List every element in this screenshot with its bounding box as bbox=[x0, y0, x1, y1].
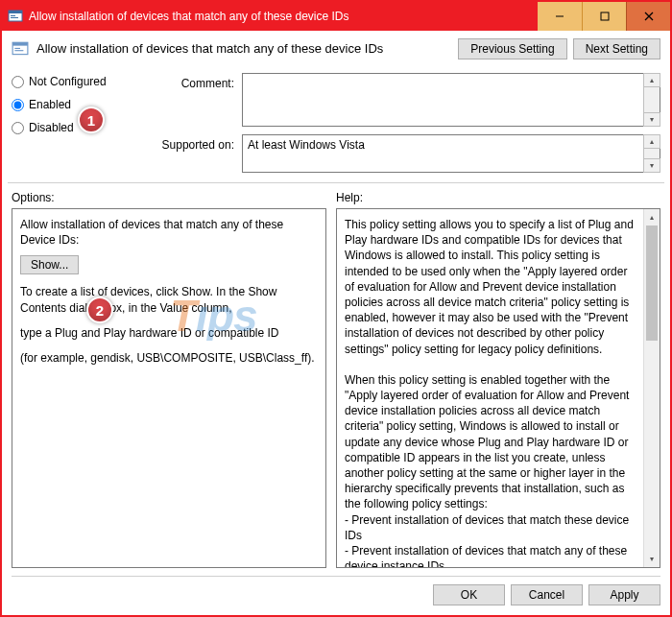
close-button[interactable] bbox=[626, 2, 670, 31]
titlebar[interactable]: Allow installation of devices that match… bbox=[2, 2, 670, 31]
maximize-icon bbox=[600, 12, 610, 21]
divider bbox=[8, 182, 664, 183]
supported-on-label: Supported on: bbox=[156, 134, 242, 152]
svg-rect-5 bbox=[601, 12, 609, 20]
svg-rect-11 bbox=[14, 50, 23, 51]
show-button[interactable]: Show... bbox=[20, 255, 79, 274]
help-text: This policy setting allows you to specif… bbox=[345, 217, 638, 568]
scroll-thumb[interactable] bbox=[646, 225, 658, 341]
window-title: Allow installation of devices that match… bbox=[29, 10, 538, 23]
dialog-footer: OK Cancel Apply bbox=[12, 576, 660, 605]
radio-label: Disabled bbox=[29, 121, 74, 134]
options-pane: Allow installation of devices that match… bbox=[12, 208, 326, 568]
help-section-label: Help: bbox=[336, 187, 660, 208]
radio-label: Not Configured bbox=[29, 75, 107, 88]
maximize-button[interactable] bbox=[582, 2, 626, 31]
minimize-icon bbox=[555, 12, 564, 21]
scroll-down-button[interactable]: ▾ bbox=[643, 158, 660, 173]
chevron-down-icon: ▾ bbox=[650, 115, 654, 124]
chevron-down-icon: ▾ bbox=[650, 555, 654, 563]
state-radio-group: Not Configured Enabled Disabled bbox=[12, 73, 146, 173]
ok-button[interactable]: OK bbox=[433, 584, 505, 605]
radio-disabled-input[interactable] bbox=[12, 122, 24, 134]
help-pane: This policy setting allows you to specif… bbox=[336, 208, 660, 568]
window-frame: Allow installation of devices that match… bbox=[0, 0, 672, 617]
policy-header-icon bbox=[12, 40, 29, 58]
supported-on-value: At least Windows Vista bbox=[243, 135, 643, 172]
radio-enabled-input[interactable] bbox=[12, 99, 24, 111]
svg-rect-9 bbox=[12, 42, 28, 45]
scroll-down-button[interactable]: ▾ bbox=[643, 112, 660, 127]
radio-enabled[interactable]: Enabled bbox=[12, 98, 146, 111]
chevron-down-icon: ▾ bbox=[650, 161, 654, 170]
radio-label: Enabled bbox=[29, 98, 71, 111]
policy-title: Allow installation of devices that match… bbox=[36, 38, 450, 56]
close-icon bbox=[644, 12, 654, 21]
options-hint-1: To create a list of devices, click Show.… bbox=[20, 284, 318, 315]
svg-rect-10 bbox=[14, 48, 20, 49]
options-section-label: Options: bbox=[12, 187, 326, 208]
comment-value bbox=[243, 74, 643, 126]
previous-setting-button[interactable]: Previous Setting bbox=[458, 38, 566, 59]
svg-rect-1 bbox=[9, 11, 22, 13]
cancel-button[interactable]: Cancel bbox=[511, 584, 583, 605]
comment-label: Comment: bbox=[156, 73, 242, 90]
scroll-up-button[interactable]: ▴ bbox=[643, 134, 660, 149]
radio-not-configured-input[interactable] bbox=[12, 76, 24, 88]
svg-rect-3 bbox=[11, 17, 18, 18]
scroll-up-button[interactable]: ▴ bbox=[644, 209, 660, 225]
scroll-track[interactable] bbox=[644, 225, 660, 551]
minimize-button[interactable] bbox=[538, 2, 582, 31]
scroll-down-button[interactable]: ▾ bbox=[644, 551, 660, 567]
radio-disabled[interactable]: Disabled bbox=[12, 121, 146, 134]
chevron-up-icon: ▴ bbox=[650, 137, 654, 146]
help-scrollbar[interactable]: ▴ ▾ bbox=[643, 209, 660, 567]
options-list-title: Allow installation of devices that match… bbox=[20, 217, 318, 248]
radio-not-configured[interactable]: Not Configured bbox=[12, 75, 146, 88]
chevron-up-icon: ▴ bbox=[650, 213, 654, 222]
supported-on-textbox: At least Windows Vista ▴ ▾ bbox=[242, 134, 660, 173]
chevron-up-icon: ▴ bbox=[650, 76, 654, 84]
scroll-up-button[interactable]: ▴ bbox=[643, 73, 660, 87]
svg-rect-2 bbox=[11, 15, 15, 16]
next-setting-button[interactable]: Next Setting bbox=[573, 38, 660, 59]
apply-button[interactable]: Apply bbox=[588, 584, 660, 605]
options-hint-2: type a Plug and Play hardware ID or comp… bbox=[20, 325, 318, 341]
comment-textbox[interactable]: ▴ ▾ bbox=[242, 73, 660, 127]
options-hint-3: (for example, gendisk, USB\COMPOSITE, US… bbox=[20, 350, 318, 366]
policy-icon bbox=[8, 9, 23, 24]
